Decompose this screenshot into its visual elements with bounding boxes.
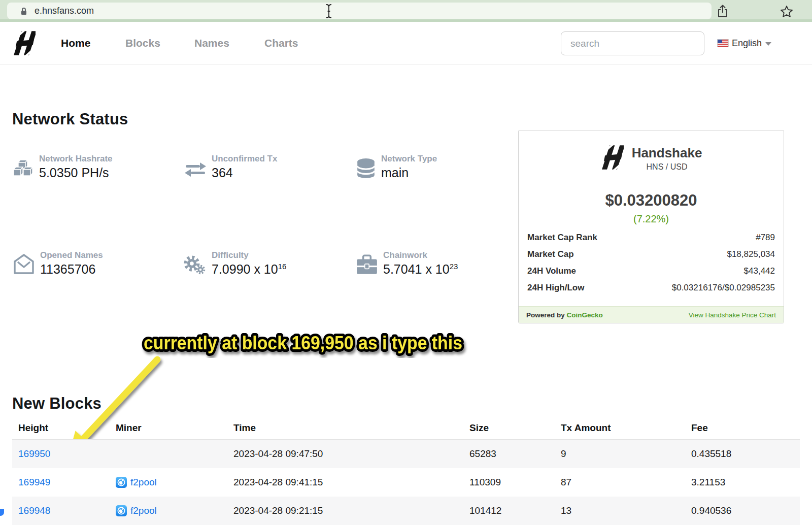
size-cell: 110309	[469, 477, 501, 488]
stat-difficulty: Difficulty 7.0990 x 1016	[183, 250, 286, 276]
nav-item-home[interactable]: Home	[61, 22, 90, 64]
coingecko-link[interactable]: CoinGecko	[567, 311, 603, 319]
coin-name: Handshake	[632, 145, 702, 161]
stat-label: Network Type	[381, 154, 437, 164]
f2pool-icon	[116, 477, 127, 488]
tx-amount-cell: 13	[561, 505, 571, 516]
col-size: Size	[469, 422, 489, 434]
table-row: 169949 f2pool 2023-04-28 09:41:15	[12, 468, 800, 497]
text-cursor-icon	[325, 3, 333, 21]
table-row: 169948 f2pool 2023-04-28 09:21:15 101412…	[12, 497, 800, 525]
col-time: Time	[233, 422, 256, 434]
time-cell: 2023-04-28 09:21:15	[233, 505, 323, 516]
address-bar[interactable]: e.hnsfans.com	[7, 3, 712, 19]
handshake-logo	[600, 144, 624, 173]
tx-amount-cell: 9	[561, 448, 566, 460]
bookmark-star-icon[interactable]	[780, 5, 793, 20]
tx-amount-cell: 87	[561, 477, 571, 488]
time-cell: 2023-04-28 09:47:50	[233, 448, 323, 460]
stat-value: 5.7041 x 1023	[383, 262, 458, 276]
site-header: Home Blocks Names Charts English	[0, 22, 812, 64]
stat-value: 7.0990 x 1016	[212, 262, 286, 276]
stat-chainwork: Chainwork 5.7041 x 1023	[355, 250, 458, 276]
col-miner: Miner	[116, 422, 142, 434]
price-card-footer: Powered by CoinGecko View Handshake Pric…	[519, 306, 784, 323]
annotation-text: currently at block 169,950 as i type thi…	[144, 333, 462, 353]
chevron-down-icon	[765, 42, 771, 46]
powered-by: Powered by CoinGecko	[526, 311, 603, 319]
coin-change-percent: (7.22%)	[519, 213, 784, 225]
database-icon	[355, 157, 377, 179]
new-blocks-title: New Blocks	[12, 395, 101, 413]
network-status-title: Network Status	[12, 110, 128, 128]
size-cell: 65283	[469, 448, 496, 460]
price-card-header: Handshake HNS / USD	[519, 144, 784, 173]
language-label: English	[732, 38, 762, 49]
browser-toolbar: e.hnsfans.com	[0, 0, 812, 22]
miner-cell: f2pool	[116, 477, 157, 488]
url-text: e.hnsfans.com	[35, 6, 94, 16]
nav-item-charts[interactable]: Charts	[264, 22, 298, 64]
stat-unconfirmed-tx: Unconfirmed Tx 364	[184, 154, 277, 179]
stat-value: 364	[212, 166, 277, 179]
f2pool-icon	[116, 505, 127, 516]
envelope-icon	[12, 253, 36, 275]
cubes-icon	[12, 157, 35, 179]
blocks-table: Height Miner Time Size Tx Amount Fee 169…	[12, 416, 800, 525]
view-price-chart-link[interactable]: View Handshake Price Chart	[689, 311, 776, 319]
miner-link[interactable]: f2pool	[130, 477, 157, 488]
fee-cell: 0.940536	[691, 505, 731, 516]
table-row: 169950 2023-04-28 09:47:50 65283 9 0.435…	[12, 440, 800, 468]
coin-price: $0.03200820	[519, 191, 784, 210]
language-selector[interactable]: English	[718, 22, 771, 64]
stat-label: Unconfirmed Tx	[212, 154, 277, 164]
size-cell: 101412	[469, 505, 501, 516]
miner-cell: f2pool	[116, 505, 157, 516]
block-height-link[interactable]: 169949	[18, 477, 50, 487]
search-input[interactable]	[561, 31, 704, 55]
stat-value: 5.0350 PH/s	[39, 166, 113, 179]
lock-icon	[20, 7, 27, 16]
edge-artifact	[0, 509, 4, 516]
exchange-arrows-icon	[184, 160, 207, 179]
stat-label: Difficulty	[212, 250, 286, 260]
table-header: Height Miner Time Size Tx Amount Fee	[12, 416, 800, 440]
stat-network-type: Network Type main	[355, 154, 437, 179]
handshake-logo[interactable]	[12, 29, 36, 59]
stat-label: Network Hashrate	[39, 154, 113, 164]
col-tx-amount: Tx Amount	[561, 422, 611, 434]
page: e.hnsfans.com	[0, 0, 812, 525]
fee-cell: 0.435518	[691, 448, 731, 460]
stat-label: Chainwork	[383, 250, 458, 260]
market-stat-row: Market Cap Rank #789	[519, 229, 784, 246]
time-cell: 2023-04-28 09:41:15	[233, 477, 323, 488]
nav-item-blocks[interactable]: Blocks	[125, 22, 160, 64]
market-stat-row: 24H High/Low $0.03216176/$0.02985235	[519, 279, 784, 296]
market-stat-row: Market Cap $18,825,034	[519, 246, 784, 262]
price-card: Handshake HNS / USD $0.03200820 (7.22%) …	[518, 130, 784, 323]
market-stats: Market Cap Rank #789 Market Cap $18,825,…	[519, 229, 784, 296]
briefcase-icon	[355, 254, 379, 276]
stat-network-hashrate: Network Hashrate 5.0350 PH/s	[12, 154, 113, 179]
nav-item-names[interactable]: Names	[194, 22, 229, 64]
stat-label: Opened Names	[40, 250, 103, 260]
col-fee: Fee	[691, 422, 708, 434]
col-height: Height	[18, 422, 48, 434]
us-flag-icon	[718, 40, 728, 47]
stat-value: main	[381, 166, 437, 179]
gears-icon	[183, 251, 207, 276]
block-height-link[interactable]: 169948	[18, 505, 50, 516]
coin-pair: HNS / USD	[632, 162, 702, 172]
share-icon[interactable]	[717, 4, 729, 20]
block-height-link[interactable]: 169950	[18, 448, 50, 459]
stat-value: 11365706	[40, 262, 103, 276]
market-stat-row: 24H Volume $43,442	[519, 262, 784, 279]
fee-cell: 3.21153	[691, 477, 725, 488]
stat-opened-names: Opened Names 11365706	[12, 250, 103, 276]
miner-link[interactable]: f2pool	[130, 505, 157, 516]
